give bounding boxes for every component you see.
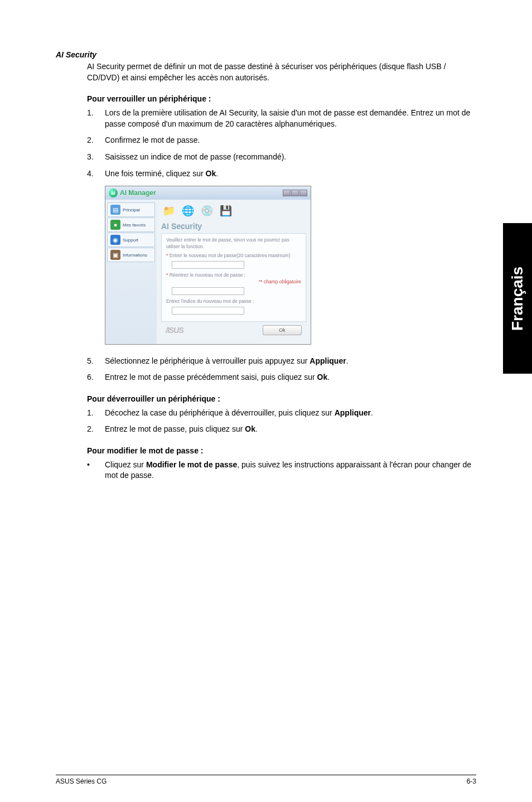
list-item: 4.Une fois terminé, cliquez sur Ok. bbox=[87, 168, 476, 180]
folder-icon[interactable]: 📁 bbox=[161, 203, 177, 219]
toolbar: 📁 🌐 💿 💾 bbox=[161, 203, 306, 219]
section-title: AI Security bbox=[56, 50, 476, 59]
lock-heading: Pour verrouiller un périphérique : bbox=[87, 94, 476, 103]
sidebar-item-favoris[interactable]: ●Mes favoris bbox=[107, 218, 155, 232]
ok-button[interactable]: Ok bbox=[263, 325, 302, 335]
star-icon: ● bbox=[110, 220, 120, 230]
lock-steps: 1.Lors de la première utilisation de AI … bbox=[87, 108, 476, 179]
window-controls bbox=[283, 190, 307, 196]
brand-logo: /ISUS bbox=[166, 326, 183, 335]
list-item: 5.Sélectionnez le périphérique à verroui… bbox=[87, 356, 476, 367]
modify-heading: Pour modifier le mot de passe : bbox=[87, 446, 476, 455]
disc-icon[interactable]: 💿 bbox=[199, 203, 215, 219]
minimize-button[interactable] bbox=[283, 190, 291, 196]
unlock-heading: Pour déverrouiller un périphérique : bbox=[87, 394, 476, 403]
list-item: 1.Lors de la première utilisation de AI … bbox=[87, 108, 476, 129]
list-item: 2.Confirmez le mot de passe. bbox=[87, 135, 476, 146]
sidebar: ▤Principal ●Mes favoris ◉Support ▣Inform… bbox=[105, 200, 157, 344]
language-tab: Français bbox=[503, 223, 532, 374]
footer-right: 6-3 bbox=[467, 777, 476, 785]
drive-icon[interactable]: 💾 bbox=[218, 203, 234, 219]
page-footer: ASUS Séries CG 6-3 bbox=[56, 775, 476, 785]
password-input[interactable] bbox=[172, 261, 244, 269]
modify-bullet: • Cliquez sur Modifier le mot de passe, … bbox=[87, 460, 476, 481]
sidebar-item-principal[interactable]: ▤Principal bbox=[107, 202, 155, 217]
ai-manager-window: ai AI Manager ▤Principal ●Mes favoris ◉S… bbox=[105, 186, 311, 344]
close-button[interactable] bbox=[299, 190, 307, 196]
sidebar-item-informations[interactable]: ▣Informations bbox=[107, 248, 155, 262]
required-note: ** champ obligatoire bbox=[166, 279, 301, 286]
list-item: 1.Décochez la case du périphérique à dév… bbox=[87, 408, 476, 419]
list-item: 6.Entrez le mot de passe précédemment sa… bbox=[87, 372, 476, 383]
list-item: 2.Entrez le mot de passe, puis cliquez s… bbox=[87, 424, 476, 435]
lock-steps-2: 5.Sélectionnez le périphérique à verroui… bbox=[87, 356, 476, 383]
panel-intro: Veuillez entrer le mot de passe, sinon v… bbox=[166, 237, 301, 250]
panel-body: Veuillez entrer le mot de passe, sinon v… bbox=[161, 233, 306, 321]
sidebar-item-support[interactable]: ◉Support bbox=[107, 233, 155, 247]
window-title: AI Manager bbox=[120, 189, 156, 197]
app-logo-icon: ai bbox=[109, 189, 118, 197]
maximize-button[interactable] bbox=[291, 190, 299, 196]
support-icon: ◉ bbox=[110, 235, 120, 245]
password-confirm-input[interactable] bbox=[172, 287, 244, 295]
section-intro: AI Security permet de définir un mot de … bbox=[87, 61, 476, 83]
titlebar: ai AI Manager bbox=[105, 186, 311, 200]
book-icon: ▤ bbox=[110, 205, 120, 215]
password-hint-input[interactable] bbox=[172, 307, 244, 315]
globe-icon[interactable]: 🌐 bbox=[180, 203, 196, 219]
list-item: 3.Saisissez un indice de mot de passe (r… bbox=[87, 152, 476, 163]
footer-left: ASUS Séries CG bbox=[56, 777, 107, 785]
info-icon: ▣ bbox=[110, 250, 120, 260]
unlock-steps: 1.Décochez la case du périphérique à dév… bbox=[87, 408, 476, 435]
panel-title: AI Security bbox=[161, 222, 306, 231]
